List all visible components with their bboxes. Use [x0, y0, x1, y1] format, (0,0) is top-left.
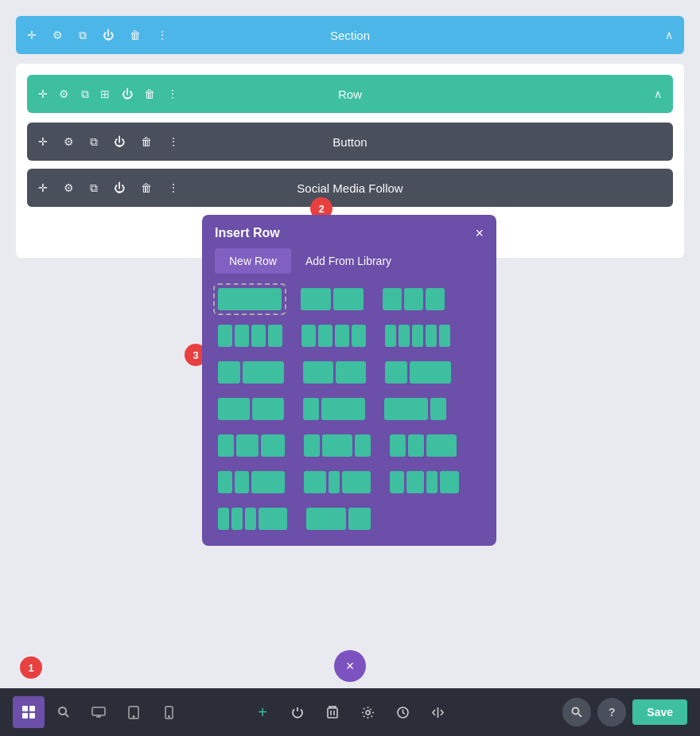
layout-variant-5c[interactable] — [387, 431, 460, 460]
button-settings-icon[interactable]: ⚙ — [64, 135, 74, 148]
section-bar: ✛ ⚙ ⧉ ⏻ 🗑 ⋮ Section ∧ — [16, 16, 684, 54]
button-delete-icon[interactable]: 🗑 — [141, 135, 152, 148]
tablet-icon — [128, 706, 139, 719]
row-delete-icon[interactable]: 🗑 — [144, 88, 155, 100]
toolbar-mobile-icon-btn[interactable] — [153, 696, 185, 728]
section-more-icon[interactable]: ⋮ — [157, 29, 168, 41]
search-right-icon — [571, 707, 582, 718]
modal-title: Insert Row — [215, 226, 280, 240]
modal-close-button[interactable]: × — [475, 226, 484, 240]
center-delete-btn[interactable] — [317, 697, 348, 727]
toolbar-help-btn[interactable]: ? — [597, 698, 626, 726]
layout-row-6 — [215, 468, 484, 497]
section-toggle-icon[interactable]: ⏻ — [103, 29, 114, 41]
layout-variant-4c[interactable] — [381, 395, 449, 423]
modal-header: Insert Row × — [202, 215, 496, 248]
center-add-btn[interactable]: + — [247, 697, 278, 727]
social-module-left: ✛ ⚙ ⧉ ⏻ 🗑 ⋮ — [38, 181, 179, 195]
row-more-icon[interactable]: ⋮ — [167, 88, 178, 100]
row-collapse-icon[interactable]: ∧ — [654, 88, 662, 100]
svg-point-12 — [168, 715, 169, 716]
help-icon: ? — [609, 706, 616, 718]
layout-4col-b[interactable] — [298, 321, 369, 350]
row-toggle-icon[interactable]: ⏻ — [122, 88, 133, 100]
social-module-title: Social Media Follow — [297, 181, 402, 195]
social-delete-icon[interactable]: 🗑 — [141, 181, 152, 194]
layout-row-3 — [215, 358, 484, 387]
layout-2col-unequal-a[interactable] — [215, 358, 287, 387]
section-copy-icon[interactable]: ⧉ — [79, 29, 87, 42]
social-toggle-icon[interactable]: ⏻ — [114, 181, 125, 194]
row-copy-icon[interactable]: ⧉ — [81, 88, 89, 100]
social-move-icon[interactable]: ✛ — [38, 181, 48, 194]
tab-add-from-library[interactable]: Add From Library — [291, 248, 406, 274]
row-columns-icon[interactable]: ⊞ — [100, 88, 110, 100]
layout-variant-4a[interactable] — [215, 395, 287, 423]
row-bar: ✛ ⚙ ⧉ ⊞ ⏻ 🗑 ⋮ Row ∧ — [27, 75, 673, 113]
layout-2col-equal[interactable] — [298, 285, 367, 313]
toolbar-left — [13, 696, 185, 728]
insert-row-modal: Insert Row × New Row Add From Library — [202, 215, 496, 546]
toolbar-desktop-icon-btn[interactable] — [83, 696, 115, 728]
layout-variant-4b[interactable] — [300, 395, 368, 423]
social-copy-icon[interactable]: ⧉ — [90, 181, 98, 195]
button-copy-icon[interactable]: ⧉ — [90, 135, 98, 149]
social-settings-icon[interactable]: ⚙ — [64, 181, 74, 194]
row-settings-icon[interactable]: ⚙ — [59, 88, 69, 100]
section-bar-right: ∧ — [665, 29, 673, 41]
row-title: Row — [338, 88, 362, 101]
button-move-icon[interactable]: ✛ — [38, 135, 48, 148]
layout-2col-unequal-c[interactable] — [382, 358, 454, 387]
modal-tabs: New Row Add From Library — [202, 248, 496, 274]
toolbar-search-icon-btn[interactable] — [48, 696, 80, 728]
layout-variant-6c[interactable] — [387, 468, 462, 497]
toolbar-center: + — [247, 697, 453, 727]
layout-2col-unequal-b[interactable] — [300, 358, 369, 387]
toolbar-tablet-icon-btn[interactable] — [118, 696, 150, 728]
svg-point-10 — [133, 715, 134, 717]
grid-icon — [21, 705, 36, 719]
svg-rect-1 — [29, 706, 35, 711]
svg-rect-3 — [29, 713, 35, 718]
svg-rect-0 — [22, 706, 28, 711]
section-settings-icon[interactable]: ⚙ — [52, 29, 63, 41]
layout-variant-5b[interactable] — [301, 431, 374, 460]
row-bar-right: ∧ — [654, 87, 662, 101]
center-power-btn[interactable] — [282, 697, 313, 727]
svg-point-19 — [366, 711, 370, 715]
row-move-icon[interactable]: ✛ — [38, 88, 48, 100]
button-module-left: ✛ ⚙ ⧉ ⏻ 🗑 ⋮ — [38, 135, 179, 149]
svg-point-22 — [573, 708, 579, 715]
toolbar-search-right-btn[interactable] — [562, 698, 591, 726]
desktop-icon — [91, 707, 106, 718]
button-toggle-icon[interactable]: ⏻ — [114, 135, 125, 148]
toolbar-grid-icon-btn[interactable] — [13, 696, 45, 728]
search-icon — [57, 706, 70, 718]
row-bar-left: ✛ ⚙ ⧉ ⊞ ⏻ 🗑 ⋮ — [38, 87, 178, 101]
layout-1col[interactable] — [215, 285, 285, 313]
close-insert-row-button[interactable]: × — [334, 650, 366, 682]
center-settings-btn[interactable] — [352, 697, 383, 727]
tab-new-row[interactable]: New Row — [215, 248, 291, 274]
power-icon — [291, 706, 304, 718]
layout-row-7 — [215, 504, 484, 533]
section-bar-left: ✛ ⚙ ⧉ ⏻ 🗑 ⋮ — [27, 29, 168, 42]
layout-4col-c[interactable] — [382, 321, 453, 350]
section-move-icon[interactable]: ✛ — [27, 29, 37, 41]
svg-line-23 — [578, 714, 581, 717]
social-more-icon[interactable]: ⋮ — [168, 181, 179, 194]
layout-variant-7a[interactable] — [215, 504, 290, 533]
layout-3col-equal[interactable] — [379, 285, 448, 313]
layout-4col[interactable] — [215, 321, 286, 350]
section-delete-icon[interactable]: 🗑 — [130, 29, 141, 41]
trash-icon — [327, 706, 338, 718]
center-layout-btn[interactable] — [422, 697, 453, 727]
save-button[interactable]: Save — [632, 699, 687, 725]
layout-variant-6a[interactable] — [215, 468, 288, 497]
center-history-btn[interactable] — [387, 697, 418, 727]
section-collapse-icon[interactable]: ∧ — [665, 29, 673, 41]
layout-variant-5a[interactable] — [215, 431, 288, 460]
button-more-icon[interactable]: ⋮ — [168, 135, 179, 148]
layout-variant-6b[interactable] — [301, 468, 374, 497]
layout-variant-7b[interactable] — [303, 504, 374, 533]
